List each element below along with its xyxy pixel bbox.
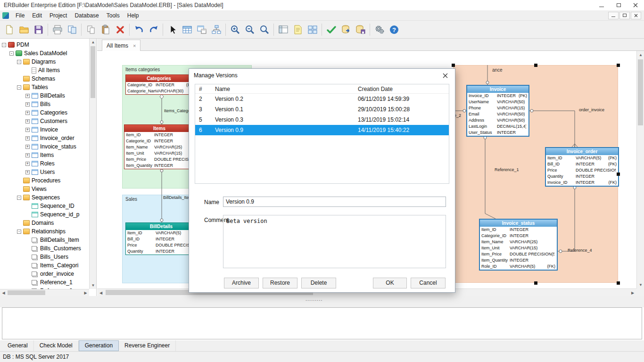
tree-item[interactable]: Items_Categori bbox=[0, 261, 89, 270]
cancel-button[interactable]: Cancel bbox=[411, 278, 446, 288]
tab-all-items[interactable]: All Items bbox=[102, 40, 140, 51]
bottom-tab[interactable]: General bbox=[2, 340, 34, 351]
tree-item[interactable]: Relationships bbox=[0, 227, 89, 236]
delete-button[interactable]: Delete bbox=[301, 278, 336, 288]
tree-expander-icon[interactable] bbox=[25, 170, 30, 174]
scrollbar-thumb[interactable] bbox=[91, 46, 95, 98]
menu-item[interactable]: Edit bbox=[28, 10, 46, 20]
version-row[interactable]: 6 Version 0.9 14/11/2019 15:40:22 bbox=[195, 125, 449, 135]
tree-item[interactable]: Items bbox=[0, 151, 89, 159]
minimize-button[interactable] bbox=[593, 0, 610, 10]
comment-input[interactable]: Beta version bbox=[223, 215, 446, 268]
entity-invoice[interactable]: Invoice Invoice_IDINTEGER(PK)UserNameVAR… bbox=[466, 85, 529, 137]
version-row[interactable]: 3 Version 0.1 29/10/2019 15:00:28 bbox=[195, 104, 449, 115]
tree-item[interactable]: BillDetails bbox=[0, 91, 89, 100]
tree-expander-icon[interactable] bbox=[25, 119, 30, 123]
tree-item[interactable]: BillDetails_Item bbox=[0, 236, 89, 244]
tree-item[interactable]: All Items bbox=[0, 66, 89, 74]
close-button[interactable] bbox=[627, 0, 644, 10]
scroll-up-icon[interactable] bbox=[637, 51, 644, 58]
tree-expander-icon[interactable] bbox=[17, 85, 21, 90]
check-model-button[interactable] bbox=[324, 23, 339, 37]
save-button[interactable] bbox=[31, 23, 46, 37]
menu-item[interactable]: Tools bbox=[103, 10, 124, 20]
tree-item[interactable]: Sales DataModel bbox=[0, 49, 89, 58]
tree-item[interactable]: Bills_Customers bbox=[0, 244, 89, 253]
tree-item[interactable]: Sequence_ID bbox=[0, 202, 89, 210]
zoom-button[interactable] bbox=[257, 23, 272, 37]
delete-button[interactable] bbox=[113, 23, 127, 37]
scroll-down-icon[interactable] bbox=[637, 281, 644, 288]
entity-items[interactable]: Items Item_IDINTEGERCategorie_IDINTEGERI… bbox=[124, 124, 195, 169]
help-button[interactable]: ? bbox=[387, 23, 401, 37]
tree-expander-icon[interactable] bbox=[17, 60, 21, 64]
tab-close-icon[interactable] bbox=[133, 43, 136, 49]
name-input[interactable] bbox=[223, 197, 446, 207]
selection-handle[interactable] bbox=[617, 173, 620, 176]
scrollbar-thumb[interactable] bbox=[638, 59, 643, 125]
tree-item[interactable]: Tables bbox=[0, 83, 89, 91]
scroll-up-icon[interactable] bbox=[90, 39, 97, 46]
notes-button[interactable] bbox=[290, 23, 305, 37]
tree-item[interactable]: Invoice_status bbox=[0, 142, 89, 151]
panel-layout-button[interactable] bbox=[276, 23, 290, 37]
tree-item[interactable]: Invoice_order bbox=[0, 134, 89, 142]
dialog-title-bar[interactable]: Manage Versions bbox=[189, 69, 455, 82]
table-editor-button[interactable] bbox=[194, 23, 209, 37]
card-view-button[interactable] bbox=[305, 23, 320, 37]
tree-item[interactable]: order_invoice bbox=[0, 270, 89, 278]
tree-expander-icon[interactable] bbox=[25, 94, 30, 98]
tree-expander-icon[interactable] bbox=[25, 128, 30, 132]
restore-button[interactable]: Restore bbox=[263, 278, 297, 288]
pointer-tool-button[interactable] bbox=[165, 23, 180, 37]
scrollbar-thumb[interactable] bbox=[8, 290, 45, 295]
archive-button[interactable]: Archive bbox=[224, 278, 259, 288]
bottom-tab[interactable]: Check Model bbox=[34, 340, 79, 351]
tree-item[interactable]: Roles bbox=[0, 159, 89, 168]
tree-vertical-scrollbar[interactable] bbox=[89, 39, 96, 289]
scroll-down-icon[interactable] bbox=[90, 282, 97, 289]
tree-expander-icon[interactable] bbox=[25, 153, 30, 157]
menu-item[interactable]: File bbox=[12, 10, 28, 20]
selection-handle[interactable] bbox=[617, 281, 620, 285]
selection-handle[interactable] bbox=[617, 64, 620, 67]
entity-invoice-status[interactable]: Invoice_status Item_IDINTEGERCategorie_I… bbox=[479, 219, 558, 271]
tree-item[interactable]: Bills bbox=[0, 100, 89, 108]
mdi-minimize-button[interactable] bbox=[608, 12, 619, 19]
tree-item[interactable]: Domains bbox=[0, 219, 89, 227]
zoom-in-button[interactable] bbox=[228, 23, 242, 37]
scroll-left-icon[interactable] bbox=[0, 289, 7, 296]
bottom-tab[interactable]: Reverse Engineer bbox=[119, 340, 176, 351]
print-button[interactable] bbox=[50, 23, 65, 37]
selection-handle[interactable] bbox=[452, 64, 455, 67]
tree-item[interactable]: Users bbox=[0, 168, 89, 176]
version-row[interactable]: 5 Version 0.3 13/11/2019 15:02:14 bbox=[195, 115, 449, 125]
scroll-left-icon[interactable] bbox=[97, 289, 105, 296]
tree-expander-icon[interactable] bbox=[17, 196, 21, 200]
scroll-right-icon[interactable] bbox=[82, 289, 89, 296]
selection-handle[interactable] bbox=[534, 281, 537, 285]
copy-button[interactable] bbox=[83, 23, 98, 37]
menu-item[interactable]: Help bbox=[124, 10, 143, 20]
open-button[interactable] bbox=[17, 23, 31, 37]
bottom-tab[interactable]: Generation bbox=[79, 340, 119, 351]
tree-item[interactable]: Schemas bbox=[0, 74, 89, 83]
splitter-grip[interactable]: ......... bbox=[305, 296, 323, 302]
tree-expander-icon[interactable] bbox=[2, 43, 6, 47]
versions-list[interactable]: # Name Creation Date 2 Version 0.2 06/11… bbox=[195, 84, 449, 184]
tree-item[interactable]: Sequence_id_p bbox=[0, 210, 89, 219]
new-file-button[interactable] bbox=[2, 23, 17, 37]
mdi-restore-button[interactable] bbox=[619, 12, 630, 19]
database-forward-button[interactable] bbox=[339, 23, 353, 37]
mdi-close-button[interactable] bbox=[631, 12, 641, 19]
tree-expander-icon[interactable] bbox=[17, 230, 21, 234]
table-view-button[interactable] bbox=[180, 23, 194, 37]
tree-horizontal-scrollbar[interactable] bbox=[0, 289, 89, 296]
entity-billdetails[interactable]: BillDetails Item_IDVARCHAR(5)(PBill_IDIN… bbox=[125, 222, 197, 255]
ok-button[interactable]: OK bbox=[373, 278, 407, 288]
tree-expander-icon[interactable] bbox=[9, 51, 14, 56]
maximize-button[interactable] bbox=[610, 0, 627, 10]
tree-item[interactable]: Invoice bbox=[0, 125, 89, 134]
database-save-button[interactable] bbox=[353, 23, 368, 37]
model-hierarchy-button[interactable] bbox=[209, 23, 223, 37]
